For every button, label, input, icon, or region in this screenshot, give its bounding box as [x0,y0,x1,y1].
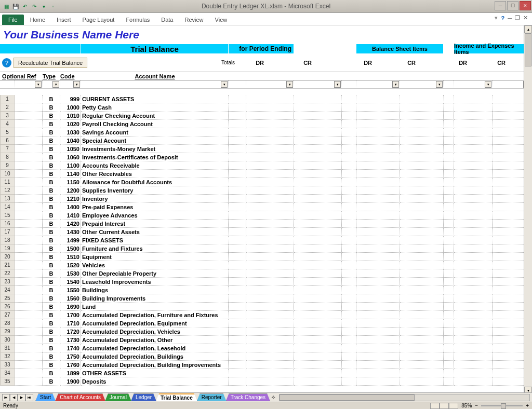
cell-optref[interactable] [15,203,43,211]
table-row[interactable]: 32B1750Accumulated Depreciation, Buildin… [0,352,532,361]
cell[interactable] [444,244,454,253]
cell-code[interactable]: 1700 [60,311,81,319]
cell-dr[interactable] [246,269,294,278]
cell-dr[interactable] [356,211,400,220]
cell-dr[interactable] [356,112,400,120]
cell[interactable] [342,278,356,286]
cell-dr[interactable] [246,228,294,236]
cell[interactable] [342,236,356,244]
cell-dr[interactable] [356,319,400,328]
table-row[interactable]: 21B1520Vehicles [0,261,532,269]
cell-account-name[interactable]: Other Receivables [81,170,229,178]
cell[interactable] [342,103,356,112]
cell-account-name[interactable]: Accumulated Depreciation, Other [81,336,229,344]
cell-dr[interactable] [356,294,400,303]
cell[interactable] [342,336,356,344]
cell[interactable] [229,137,246,145]
cell-optref[interactable] [15,311,43,319]
row-header[interactable]: 26 [0,303,15,311]
cell[interactable] [444,137,454,145]
cell-dr[interactable] [246,195,294,203]
cell[interactable] [342,261,356,269]
cell[interactable] [229,336,246,344]
cell[interactable] [342,311,356,319]
cell-account-name[interactable]: OTHER ASSETS [81,369,229,377]
sheet-tab-reporter[interactable]: Reporter [197,393,227,401]
cell-dr[interactable] [454,211,493,220]
cell-account-name[interactable]: Employee Advances [81,211,229,220]
cell-dr[interactable] [454,153,493,161]
cell-cr[interactable] [400,145,444,153]
row-header[interactable]: 27 [0,311,15,319]
cell-dr[interactable] [454,161,493,170]
cell-cr[interactable] [400,311,444,319]
cell-optref[interactable] [15,328,43,336]
cell-optref[interactable] [15,186,43,195]
cell-type[interactable]: B [43,311,60,319]
cell[interactable] [229,161,246,170]
cell[interactable] [229,253,246,261]
cell-code[interactable]: 1010 [60,112,81,120]
row-header[interactable]: 30 [0,336,15,344]
cell-cr[interactable] [400,269,444,278]
tab-home[interactable]: Home [25,15,50,25]
cell[interactable] [229,103,246,112]
cell-dr[interactable] [356,261,400,269]
table-row[interactable]: 27B1700Accumulated Depreciation, Furnitu… [0,311,532,319]
cell-dr[interactable] [246,145,294,153]
row-header[interactable]: 25 [0,294,15,303]
cell-account-name[interactable]: Special Account [81,137,229,145]
table-row[interactable]: 6B1040Special Account [0,137,532,145]
cell-type[interactable]: B [43,128,60,137]
cell-cr[interactable] [400,294,444,303]
filter-dropdown-icon[interactable]: ▾ [485,81,491,88]
cell-cr[interactable] [294,278,342,286]
cell[interactable] [229,286,246,294]
filter-dropdown-icon[interactable]: ▾ [392,81,399,88]
cell-dr[interactable] [246,352,294,361]
cell-dr[interactable] [454,170,493,178]
cell-dr[interactable] [246,161,294,170]
filter-dropdown-icon[interactable]: ▾ [436,81,443,88]
cell-code[interactable]: 1730 [60,336,81,344]
cell-dr[interactable] [246,303,294,311]
cell-code[interactable]: 1150 [60,178,81,186]
cell-dr[interactable] [246,178,294,186]
cell-code[interactable]: 1499 [60,236,81,244]
row-header[interactable]: 33 [0,361,15,369]
cell-code[interactable]: 1430 [60,228,81,236]
cell-optref[interactable] [15,120,43,128]
cell-cr[interactable] [400,236,444,244]
tab-nav-next-icon[interactable]: ▶ [18,394,25,401]
cell-optref[interactable] [15,253,43,261]
cell-dr[interactable] [454,294,493,303]
row-header[interactable]: 11 [0,178,15,186]
row-header[interactable]: 3 [0,112,15,120]
cell-cr[interactable] [294,253,342,261]
table-row[interactable]: 19B1500Furniture and Fixtures [0,244,532,253]
cell-dr[interactable] [246,128,294,137]
cell-account-name[interactable]: Allowance for Doubtful Accounts [81,178,229,186]
cell-code[interactable]: 1210 [60,195,81,203]
cell-cr[interactable] [294,228,342,236]
cell-dr[interactable] [246,170,294,178]
cell-cr[interactable] [294,195,342,203]
cell-dr[interactable] [454,236,493,244]
table-row[interactable]: 4B1020Payroll Checking Account [0,120,532,128]
cell-dr[interactable] [246,153,294,161]
cell-account-name[interactable]: Accumulated Depreciation, Leasehold [81,344,229,352]
cell[interactable] [444,278,454,286]
cell-dr[interactable] [454,145,493,153]
tab-file[interactable]: File [2,15,24,25]
cell-cr[interactable] [294,145,342,153]
table-row[interactable]: 12B1200Supplies Inventory [0,186,532,195]
cell-cr[interactable] [400,128,444,137]
cell-cr[interactable] [294,336,342,344]
cell-cr[interactable] [400,153,444,161]
cell-cr[interactable] [400,195,444,203]
cell[interactable] [229,228,246,236]
cell-dr[interactable] [454,369,493,377]
cell-dr[interactable] [356,95,400,103]
cell-account-name[interactable]: FIXED ASSETS [81,236,229,244]
cell-cr[interactable] [294,128,342,137]
